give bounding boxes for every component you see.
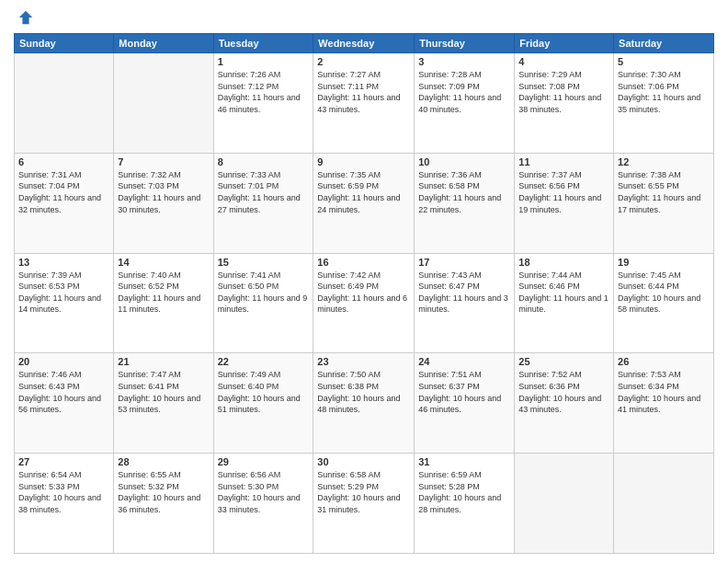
day-number: 22 [218,356,310,367]
calendar-cell [614,454,714,554]
day-info: Sunrise: 7:50 AMSunset: 6:38 PMDaylight:… [317,369,410,415]
calendar-cell: 27Sunrise: 6:54 AMSunset: 5:33 PMDayligh… [15,454,114,554]
day-info: Sunrise: 6:55 AMSunset: 5:32 PMDaylight:… [118,469,209,515]
day-number: 12 [618,156,710,167]
weekday-header-monday: Monday [114,34,213,53]
svg-marker-0 [19,11,32,24]
day-number: 31 [418,456,510,467]
day-number: 30 [317,456,410,467]
calendar-cell: 25Sunrise: 7:52 AMSunset: 6:36 PMDayligh… [515,353,614,454]
day-info: Sunrise: 6:56 AMSunset: 5:30 PMDaylight:… [218,469,310,515]
day-number: 18 [518,257,609,268]
weekday-header-sunday: Sunday [15,34,114,53]
day-number: 19 [618,257,710,268]
day-info: Sunrise: 6:58 AMSunset: 5:29 PMDaylight:… [317,469,410,515]
weekday-header-saturday: Saturday [614,34,714,53]
day-number: 20 [18,356,109,367]
day-info: Sunrise: 7:51 AMSunset: 6:37 PMDaylight:… [418,369,510,415]
calendar-cell [15,53,114,154]
day-number: 11 [518,156,609,167]
day-info: Sunrise: 7:41 AMSunset: 6:50 PMDaylight:… [218,270,310,316]
calendar-cell: 15Sunrise: 7:41 AMSunset: 6:50 PMDayligh… [213,253,313,353]
day-number: 17 [418,257,510,268]
day-number: 14 [118,257,209,268]
day-number: 4 [518,56,609,67]
calendar-cell: 14Sunrise: 7:40 AMSunset: 6:52 PMDayligh… [114,253,213,353]
calendar-cell: 28Sunrise: 6:55 AMSunset: 5:32 PMDayligh… [114,454,213,554]
day-info: Sunrise: 7:30 AMSunset: 7:06 PMDaylight:… [618,69,710,115]
day-number: 1 [218,56,310,67]
calendar-cell: 9Sunrise: 7:35 AMSunset: 6:59 PMDaylight… [313,153,415,253]
calendar-cell: 29Sunrise: 6:56 AMSunset: 5:30 PMDayligh… [213,454,313,554]
calendar-cell: 10Sunrise: 7:36 AMSunset: 6:58 PMDayligh… [415,153,515,253]
day-info: Sunrise: 6:59 AMSunset: 5:28 PMDaylight:… [418,469,510,515]
calendar-cell: 18Sunrise: 7:44 AMSunset: 6:46 PMDayligh… [515,253,614,353]
day-info: Sunrise: 7:43 AMSunset: 6:47 PMDaylight:… [418,270,510,316]
day-info: Sunrise: 7:49 AMSunset: 6:40 PMDaylight:… [218,369,310,415]
calendar-week-2: 6Sunrise: 7:31 AMSunset: 7:04 PMDaylight… [15,153,714,253]
calendar-cell: 11Sunrise: 7:37 AMSunset: 6:56 PMDayligh… [515,153,614,253]
day-info: Sunrise: 7:26 AMSunset: 7:12 PMDaylight:… [218,69,310,115]
calendar-cell: 22Sunrise: 7:49 AMSunset: 6:40 PMDayligh… [213,353,313,454]
day-number: 24 [418,356,510,367]
calendar-cell: 2Sunrise: 7:27 AMSunset: 7:11 PMDaylight… [313,53,415,154]
day-info: Sunrise: 7:27 AMSunset: 7:11 PMDaylight:… [317,69,410,115]
calendar-cell: 23Sunrise: 7:50 AMSunset: 6:38 PMDayligh… [313,353,415,454]
day-info: Sunrise: 7:39 AMSunset: 6:53 PMDaylight:… [18,270,109,316]
day-number: 27 [18,456,109,467]
day-number: 25 [518,356,609,367]
day-info: Sunrise: 7:52 AMSunset: 6:36 PMDaylight:… [518,369,609,415]
day-number: 28 [118,456,209,467]
day-number: 23 [317,356,410,367]
calendar-cell: 20Sunrise: 7:46 AMSunset: 6:43 PMDayligh… [15,353,114,454]
day-number: 7 [118,156,209,167]
day-info: Sunrise: 7:46 AMSunset: 6:43 PMDaylight:… [18,369,109,415]
calendar-week-4: 20Sunrise: 7:46 AMSunset: 6:43 PMDayligh… [15,353,714,454]
calendar-cell: 19Sunrise: 7:45 AMSunset: 6:44 PMDayligh… [614,253,714,353]
weekday-header-row: SundayMondayTuesdayWednesdayThursdayFrid… [15,34,714,53]
day-info: Sunrise: 7:45 AMSunset: 6:44 PMDaylight:… [618,270,710,316]
day-number: 15 [218,257,310,268]
day-info: Sunrise: 6:54 AMSunset: 5:33 PMDaylight:… [18,469,109,515]
day-info: Sunrise: 7:47 AMSunset: 6:41 PMDaylight:… [118,369,209,415]
weekday-header-wednesday: Wednesday [313,34,415,53]
day-info: Sunrise: 7:42 AMSunset: 6:49 PMDaylight:… [317,270,410,316]
day-info: Sunrise: 7:33 AMSunset: 7:01 PMDaylight:… [218,169,310,215]
day-info: Sunrise: 7:44 AMSunset: 6:46 PMDaylight:… [518,270,609,316]
header [14,9,714,26]
day-number: 9 [317,156,410,167]
day-number: 10 [418,156,510,167]
calendar-cell: 26Sunrise: 7:53 AMSunset: 6:34 PMDayligh… [614,353,714,454]
day-number: 6 [18,156,109,167]
day-number: 29 [218,456,310,467]
calendar-cell: 12Sunrise: 7:38 AMSunset: 6:55 PMDayligh… [614,153,714,253]
day-info: Sunrise: 7:32 AMSunset: 7:03 PMDaylight:… [118,169,209,215]
calendar-cell: 5Sunrise: 7:30 AMSunset: 7:06 PMDaylight… [614,53,714,154]
day-number: 16 [317,257,410,268]
day-info: Sunrise: 7:37 AMSunset: 6:56 PMDaylight:… [518,169,609,215]
day-number: 3 [418,56,510,67]
day-info: Sunrise: 7:35 AMSunset: 6:59 PMDaylight:… [317,169,410,215]
weekday-header-friday: Friday [515,34,614,53]
calendar-cell: 31Sunrise: 6:59 AMSunset: 5:28 PMDayligh… [415,454,515,554]
calendar-cell: 16Sunrise: 7:42 AMSunset: 6:49 PMDayligh… [313,253,415,353]
weekday-header-tuesday: Tuesday [213,34,313,53]
calendar-table: SundayMondayTuesdayWednesdayThursdayFrid… [14,33,714,554]
calendar-cell: 13Sunrise: 7:39 AMSunset: 6:53 PMDayligh… [15,253,114,353]
weekday-header-thursday: Thursday [415,34,515,53]
logo-icon [17,9,34,26]
calendar-cell: 17Sunrise: 7:43 AMSunset: 6:47 PMDayligh… [415,253,515,353]
day-info: Sunrise: 7:29 AMSunset: 7:08 PMDaylight:… [518,69,609,115]
day-number: 8 [218,156,310,167]
calendar-cell: 24Sunrise: 7:51 AMSunset: 6:37 PMDayligh… [415,353,515,454]
day-info: Sunrise: 7:31 AMSunset: 7:04 PMDaylight:… [18,169,109,215]
day-info: Sunrise: 7:38 AMSunset: 6:55 PMDaylight:… [618,169,710,215]
calendar-cell [515,454,614,554]
day-number: 13 [18,257,109,268]
day-info: Sunrise: 7:36 AMSunset: 6:58 PMDaylight:… [418,169,510,215]
calendar-cell: 3Sunrise: 7:28 AMSunset: 7:09 PMDaylight… [415,53,515,154]
calendar-cell: 30Sunrise: 6:58 AMSunset: 5:29 PMDayligh… [313,454,415,554]
day-number: 5 [618,56,710,67]
calendar-cell: 1Sunrise: 7:26 AMSunset: 7:12 PMDaylight… [213,53,313,154]
calendar-cell: 7Sunrise: 7:32 AMSunset: 7:03 PMDaylight… [114,153,213,253]
